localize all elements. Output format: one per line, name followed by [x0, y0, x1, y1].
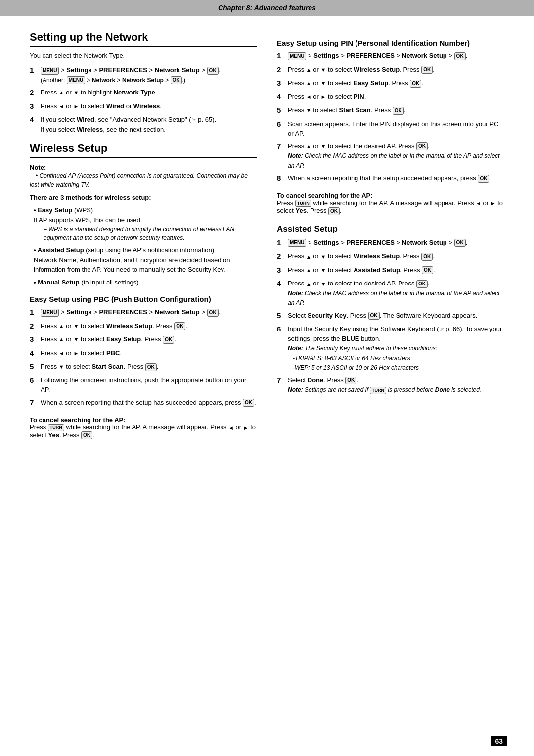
sub-bullet-wps: WPS is a standard designed to simplify t…	[44, 225, 257, 242]
list-item: 6 Input the Security Key using the Softw…	[277, 324, 504, 373]
note-ap: Note: Check the MAC address on the label…	[288, 152, 500, 169]
ok-icon: OK	[81, 431, 92, 439]
step-content: Press ▲ or ▼ to select Easy Setup. Press…	[288, 78, 504, 89]
list-item: 8 When a screen reporting that the setup…	[277, 173, 504, 184]
step-content: Press ▲ or ▼ to select Assisted Setup. P…	[288, 265, 504, 276]
step-num: 5	[30, 361, 41, 373]
cancel-section-pbc: To cancel searching for the AP: Press TU…	[30, 416, 257, 439]
step-num: 4	[277, 278, 288, 308]
ok-icon: OK	[422, 266, 433, 274]
step-content: Press ▲ or ▼ to select Wireless Setup. P…	[288, 65, 504, 76]
chapter-title: Chapter 8: Advanced features	[218, 4, 316, 12]
step-content: Press ▲ or ▼ to select Wireless Setup. P…	[41, 321, 257, 332]
ok-icon: OK	[345, 377, 356, 384]
list-item: 4 Press ◄ or ► to select PIN.	[277, 92, 504, 103]
menu-icon: MENU	[288, 239, 306, 247]
menu-icon: MENU	[41, 67, 59, 75]
note-done: Note: Settings are not saved if TURN is …	[288, 386, 481, 393]
step-num: 3	[30, 101, 41, 112]
step-num: 4	[277, 92, 288, 103]
list-item: 7 When a screen reporting that the setup…	[30, 398, 257, 409]
menu-icon: MENU	[288, 52, 306, 60]
ok-icon: OK	[393, 107, 404, 115]
list-item: 4 Press ◄ or ► to select PBC.	[30, 348, 257, 359]
step-num: 1	[30, 65, 41, 85]
list-item: 1 MENU > Settings > PREFERENCES > Networ…	[30, 307, 257, 318]
list-item: 2 Press ▲ or ▼ to highlight Network Type…	[30, 88, 257, 98]
cancel-label: To cancel searching for the AP:	[30, 416, 126, 424]
pbc-section-title: Easy Setup using PBC (Push Button Config…	[30, 295, 257, 303]
ok-icon: OK	[207, 309, 219, 317]
step-num: 2	[277, 64, 288, 76]
list-item: 1 MENU > Settings > PREFERENCES > Networ…	[277, 51, 504, 62]
step-content: Input the Security Key using the Softwar…	[288, 324, 504, 373]
step-num: 6	[30, 375, 41, 395]
turn-icon3: TURN	[370, 387, 386, 394]
list-item: 5 Press ▼ to select Start Scan. Press OK…	[30, 362, 257, 373]
note-bullet: • Continued AP (Access Point) connection…	[30, 172, 248, 188]
menu-icon2: MENU	[67, 76, 85, 84]
step-content: Press ▼ to select Start Scan. Press OK.	[288, 105, 504, 116]
step-content: Press ▲ or ▼ to select Easy Setup. Press…	[41, 334, 257, 345]
step-num: 1	[277, 237, 288, 249]
left-column: Setting up the Network You can select th…	[30, 31, 257, 441]
step-content: Press ▼ to select Start Scan. Press OK.	[41, 362, 257, 373]
step-num: 6	[277, 119, 288, 139]
ok-icon: OK	[454, 239, 466, 247]
ok-icon2: OK	[171, 76, 182, 84]
pin-steps-list: 1 MENU > Settings > PREFERENCES > Networ…	[277, 51, 504, 184]
list-item: 4 If you select Wired, see "Advanced Net…	[30, 115, 257, 134]
cancel-label-pin: To cancel searching for the AP:	[277, 192, 373, 199]
list-item: 5 Select Security Key. Press OK. The Sof…	[277, 311, 504, 322]
step-content: Select Done. Press OK. Note: Settings ar…	[288, 376, 504, 395]
list-item: 2 Press ▲ or ▼ to select Wireless Setup.…	[30, 321, 257, 332]
step-num: 7	[277, 141, 288, 171]
step-content: Press ▲ or ▼ to select Wireless Setup. P…	[288, 251, 504, 262]
list-item: 3 Press ◄ or ► to select Wired or Wirele…	[30, 101, 257, 112]
network-setup-list: 1 MENU > Settings > PREFERENCES > Networ…	[30, 65, 257, 134]
ok-icon: OK	[478, 175, 489, 183]
section-title-wireless: Wireless Setup	[30, 142, 257, 158]
list-item: 7 Select Done. Press OK. Note: Settings …	[277, 376, 504, 395]
step-content: MENU > Settings > PREFERENCES > Network …	[41, 307, 257, 318]
page-number: 63	[491, 736, 507, 746]
note-block: Note: • Continued AP (Access Point) conn…	[30, 163, 257, 189]
ok-icon: OK	[207, 67, 219, 75]
ok-icon: OK	[174, 322, 185, 330]
step-content: Press ◄ or ► to select PBC.	[41, 348, 257, 359]
step-num: 6	[277, 324, 288, 373]
step-num: 2	[277, 251, 288, 262]
ok-icon: OK	[454, 52, 466, 60]
setup-methods-label: There are 3 methods for wireless setup:	[30, 194, 257, 201]
cancel-section-pin: To cancel searching for the AP: Press TU…	[277, 192, 504, 215]
list-item: 4 Press ▲ or ▼ to select the desired AP.…	[277, 279, 504, 308]
list-item: 1 MENU > Settings > PREFERENCES > Networ…	[30, 65, 257, 85]
ok-icon: OK	[145, 363, 157, 371]
step-num: 4	[30, 114, 41, 134]
method-easy: Easy Setup (WPS) If AP supports WPS, thi…	[34, 205, 257, 242]
step-num: 3	[30, 334, 41, 345]
step-num: 2	[30, 87, 41, 98]
chapter-header: Chapter 8: Advanced features	[0, 0, 534, 16]
step-num: 5	[277, 105, 288, 116]
pbc-steps-list: 1 MENU > Settings > PREFERENCES > Networ…	[30, 307, 257, 408]
cancel-text-pin: Press TURN while searching for the AP. A…	[277, 199, 503, 215]
step-content: If you select Wired, see "Advanced Netwo…	[41, 115, 257, 134]
ok-icon: OK	[421, 66, 433, 74]
list-item: 2 Press ▲ or ▼ to select Wireless Setup.…	[277, 251, 504, 262]
section-intro: You can select the Network Type.	[30, 52, 257, 59]
list-item: 3 Press ▲ or ▼ to select Easy Setup. Pre…	[277, 78, 504, 89]
step-num: 1	[30, 307, 41, 318]
assisted-steps-list: 1 MENU > Settings > PREFERENCES > Networ…	[277, 238, 504, 395]
turn-icon: TURN	[48, 424, 64, 431]
list-item: 3 Press ▲ or ▼ to select Assisted Setup.…	[277, 265, 504, 276]
ok-icon: OK	[243, 399, 254, 407]
ok-icon: OK	[421, 253, 433, 261]
right-column: Easy Setup using PIN (Personal Identific…	[277, 31, 504, 441]
step-content: MENU > Settings > PREFERENCES > Network …	[288, 51, 504, 62]
page-number-area: 63	[491, 736, 507, 746]
step-num: 2	[30, 321, 41, 332]
step-num: 5	[277, 310, 288, 322]
step-num: 1	[277, 50, 288, 62]
step-content: Press ▲ or ▼ to select the desired AP. P…	[288, 279, 504, 308]
